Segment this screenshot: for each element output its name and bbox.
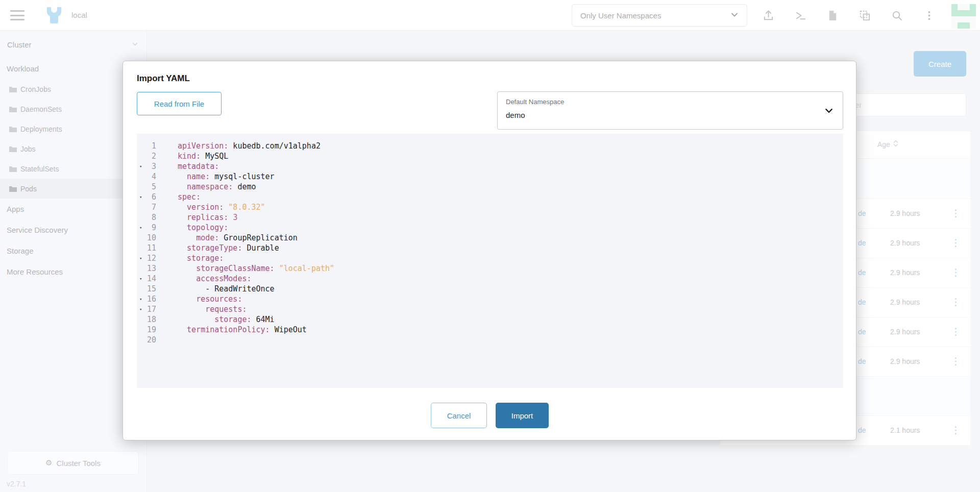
code-text: accessModes: [178,274,252,284]
fold-spacer [137,243,144,253]
line-number: 3 [144,161,156,171]
fold-spacer [137,202,144,212]
import-yaml-modal: Import YAML Read from File Default Names… [122,61,856,440]
code-text: topology: [178,223,228,233]
code-line: ▾17 requests: [137,304,843,314]
code-text: metadata: [178,161,219,171]
code-line: 5 namespace: demo [137,182,843,192]
code-line: 4 name: mysql-cluster [137,171,843,182]
code-text: replicas: 3 [178,212,237,223]
line-number: 13 [144,263,156,274]
fold-spacer [137,171,144,182]
default-namespace-dropdown[interactable]: Default Namespace demo [497,91,843,130]
app-root: local Only User Namespaces [0,0,980,492]
code-text: apiVersion: kubedb.com/v1alpha2 [178,141,321,151]
code-line: ▾14 accessModes: [137,274,843,284]
line-number: 14 [144,274,156,284]
code-line: 7 version: "8.0.32" [137,202,843,212]
code-text: version: "8.0.32" [178,202,265,212]
line-number: 9 [144,223,156,233]
code-text: spec: [178,192,201,202]
line-number: 15 [144,284,156,294]
fold-arrow-icon[interactable]: ▾ [137,161,144,171]
code-line: 20 [137,335,843,345]
fold-spacer [137,151,144,161]
line-number: 18 [144,314,156,325]
line-number: 11 [144,243,156,253]
fold-spacer [137,263,144,274]
code-line: 18 storage: 64Mi [137,314,843,325]
line-number: 4 [144,171,156,182]
code-text: terminationPolicy: WipeOut [178,325,307,335]
code-line: 10 mode: GroupReplication [137,233,843,243]
line-number: 2 [144,151,156,161]
code-text: namespace: demo [178,182,256,192]
code-text: kind: MySQL [178,151,228,161]
line-number: 19 [144,325,156,335]
fold-spacer [137,284,144,294]
fold-spacer [137,233,144,243]
code-line: 19 terminationPolicy: WipeOut [137,325,843,335]
code-text: storage: 64Mi [178,314,275,325]
chevron-down-icon [824,106,834,117]
line-number: 8 [144,212,156,223]
fold-arrow-icon[interactable]: ▾ [137,304,144,314]
fold-arrow-icon[interactable]: ▾ [137,223,144,233]
fold-arrow-icon[interactable]: ▾ [137,253,144,263]
fold-spacer [137,212,144,223]
code-text: mode: GroupReplication [178,233,298,243]
code-text: storageClassName: "local-path" [178,263,334,274]
default-namespace-label: Default Namespace [506,98,564,106]
code-text: resources: [178,294,242,304]
line-number: 1 [144,141,156,151]
read-from-file-button[interactable]: Read from File [137,92,222,115]
line-number: 5 [144,182,156,192]
fold-arrow-icon[interactable]: ▾ [137,192,144,202]
code-text: - ReadWriteOnce [178,284,275,294]
code-line: ▾9 topology: [137,223,843,233]
line-number: 10 [144,233,156,243]
code-text: storageType: Durable [178,243,279,253]
code-line: 11 storageType: Durable [137,243,843,253]
line-number: 16 [144,294,156,304]
line-number: 17 [144,304,156,314]
fold-arrow-icon[interactable]: ▾ [137,294,144,304]
code-line: 15 - ReadWriteOnce [137,284,843,294]
line-number: 12 [144,253,156,263]
default-namespace-value: demo [506,111,525,119]
yaml-editor[interactable]: 1apiVersion: kubedb.com/v1alpha22kind: M… [137,134,843,388]
code-text: name: mysql-cluster [178,171,275,182]
code-line: ▾6spec: [137,192,843,202]
code-line: ▾12 storage: [137,253,843,263]
line-number: 7 [144,202,156,212]
line-number: 20 [144,335,156,345]
code-line: 2kind: MySQL [137,151,843,161]
yaml-editor-lines: 1apiVersion: kubedb.com/v1alpha22kind: M… [137,141,843,345]
fold-spacer [137,325,144,335]
code-line: ▾3metadata: [137,161,843,171]
code-line: ▾16 resources: [137,294,843,304]
fold-spacer [137,314,144,325]
code-line: 13 storageClassName: "local-path" [137,263,843,274]
code-text: storage: [178,253,224,263]
fold-arrow-icon[interactable]: ▾ [137,274,144,284]
fold-spacer [137,141,144,151]
modal-title: Import YAML [137,73,190,84]
code-line: 1apiVersion: kubedb.com/v1alpha2 [137,141,843,151]
code-line: 8 replicas: 3 [137,212,843,223]
cancel-button[interactable]: Cancel [431,403,487,428]
fold-spacer [137,182,144,192]
line-number: 6 [144,192,156,202]
import-button[interactable]: Import [496,403,549,428]
fold-spacer [137,335,144,345]
code-text: requests: [178,304,247,314]
